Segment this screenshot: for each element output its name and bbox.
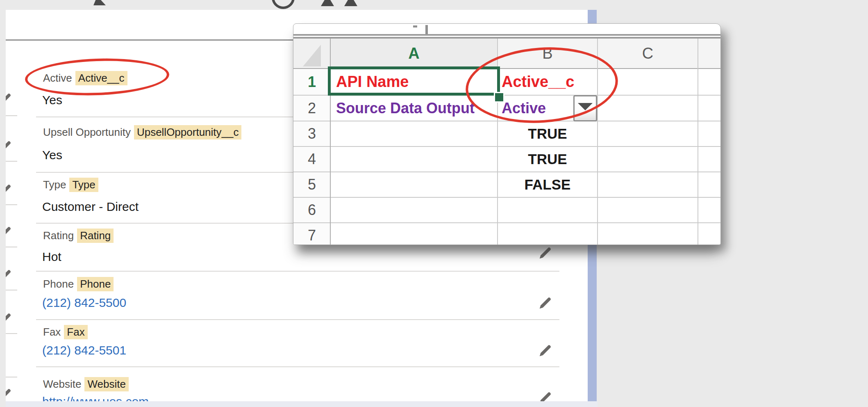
left-divider-stub [6, 115, 17, 116]
field-label-text: Rating [43, 229, 74, 242]
field-label-upsell-opportunity: Upsell OpportunityUpsellOpportunity__c [43, 126, 241, 139]
edit-pencil-icon[interactable] [6, 224, 14, 241]
left-divider-stub [6, 247, 17, 247]
edit-pencil-icon[interactable] [6, 181, 14, 199]
field-label-type: TypeType [43, 178, 98, 191]
api-name-highlight: Fax [64, 325, 87, 339]
edit-pencil-icon[interactable] [538, 343, 553, 358]
field-divider [36, 366, 559, 367]
toolbar-divider [293, 34, 720, 36]
field-divider [36, 271, 559, 272]
field-label-text: Website [43, 378, 81, 390]
edit-pencil-icon[interactable] [538, 245, 553, 261]
column-header-c[interactable]: C [598, 39, 698, 68]
edit-pencil-icon[interactable] [6, 310, 14, 327]
api-name-highlight: UpsellOpportunity__c [134, 125, 242, 139]
row-number[interactable]: 3 [293, 121, 330, 146]
api-name-highlight: Rating [77, 229, 114, 243]
title-letter-fragment [93, 0, 106, 5]
row-number[interactable]: 5 [293, 172, 330, 197]
field-label-fax: FaxFax [43, 326, 88, 338]
cell-B5[interactable]: FALSE [498, 172, 598, 197]
field-divider [36, 319, 559, 320]
api-name-highlight: Website [84, 377, 128, 391]
sheet-row-6: 6 [293, 198, 720, 223]
sheet-row-3: 3 TRUE [293, 121, 720, 147]
gridline [698, 39, 698, 245]
screenshot-canvas: ActiveActive__c Yes Upsell OpportunityUp… [0, 0, 868, 407]
field-label-text: Type [43, 178, 66, 191]
cell-A4[interactable] [330, 147, 498, 171]
edit-pencil-icon[interactable] [6, 138, 14, 155]
left-divider-stub [6, 290, 17, 290]
field-label-rating: RatingRating [43, 229, 114, 242]
field-label-phone: PhonePhone [43, 278, 114, 290]
title-letter-fragment [272, 0, 295, 9]
edit-pencil-icon[interactable] [6, 90, 14, 107]
left-divider-stub [6, 204, 17, 205]
edit-pencil-icon[interactable] [538, 295, 553, 311]
cell-B4[interactable]: TRUE [498, 147, 598, 171]
api-name-highlight: Type [69, 178, 98, 192]
cell-A3[interactable] [330, 121, 498, 146]
sheet-row-7: 7 [293, 223, 720, 245]
left-divider-stub [6, 161, 17, 162]
edit-pencil-icon[interactable] [6, 386, 14, 403]
cell-A5[interactable] [330, 172, 498, 197]
field-value-rating: Hot [42, 250, 61, 264]
title-letter-fragment [321, 0, 334, 6]
column-header-a[interactable]: A [330, 39, 498, 68]
cell-B7[interactable] [498, 223, 598, 245]
left-divider-stub [6, 333, 17, 334]
cell-B3[interactable]: TRUE [498, 121, 598, 146]
field-label-text: Phone [43, 278, 74, 290]
row-number[interactable]: 7 [293, 223, 330, 245]
toolbar-tick-mark [425, 25, 428, 35]
field-label-text: Upsell Opportunity [43, 126, 131, 138]
field-label-website: WebsiteWebsite [43, 378, 129, 391]
row-number[interactable]: 2 [293, 96, 330, 121]
field-value-active: Yes [42, 93, 62, 107]
bottom-window-strip [6, 401, 598, 407]
field-label-text: Fax [43, 326, 61, 338]
field-value-fax[interactable]: (212) 842-5501 [42, 343, 126, 357]
field-value-type: Customer - Direct [42, 200, 139, 214]
row-number[interactable]: 6 [293, 198, 330, 222]
toolbar-tick-mark [413, 25, 417, 27]
row-number[interactable]: 4 [293, 147, 330, 171]
sheet-row-4: 4 TRUE [293, 147, 720, 172]
left-divider-stub [6, 377, 17, 377]
api-name-highlight: Phone [77, 277, 114, 291]
field-value-phone[interactable]: (212) 842-5500 [42, 296, 126, 310]
cell-B6[interactable] [498, 198, 598, 222]
cropped-title-fragments [0, 0, 868, 10]
row-number[interactable]: 1 [293, 69, 330, 95]
title-letter-fragment [344, 0, 357, 6]
sheet-row-5: 5 FALSE [293, 172, 720, 198]
cell-A6[interactable] [330, 198, 498, 222]
cell-A7[interactable] [330, 223, 498, 245]
edit-pencil-icon[interactable] [6, 267, 14, 284]
field-value-upsell-opportunity: Yes [42, 148, 62, 162]
